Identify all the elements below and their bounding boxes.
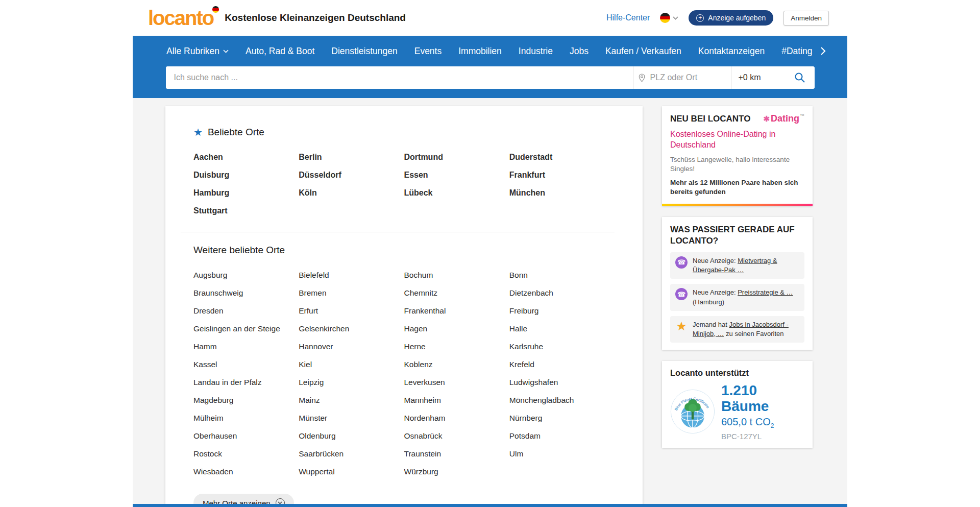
city-link[interactable]: Hamm [193, 342, 299, 351]
nav-item[interactable]: Jobs [570, 46, 589, 57]
city-link[interactable]: Landau in der Pfalz [193, 378, 299, 387]
login-button[interactable]: Anmelden [783, 11, 829, 26]
city-link[interactable]: Mannheim [404, 396, 509, 405]
activity-text: Neue Anzeige: Preisstrategie & … (Hambur… [693, 288, 799, 306]
dating-promo-title: NEU BEI LOCANTO [670, 114, 750, 124]
city-link[interactable]: Münster [299, 414, 404, 423]
city-link[interactable]: Düsseldorf [299, 171, 404, 180]
nav-item[interactable]: Auto, Rad & Boot [246, 46, 314, 57]
city-link[interactable]: Magdeburg [193, 396, 299, 405]
city-link[interactable]: Frankenthal [404, 306, 509, 316]
nav-item[interactable]: Immobilien [458, 46, 502, 57]
city-link[interactable]: Krefeld [509, 360, 615, 369]
city-link[interactable]: Würzburg [404, 467, 509, 476]
activity-item[interactable]: Jemand hat Jobs in Jacobsdorf - Minijob,… [670, 316, 804, 343]
content-area: ★ Beliebte Orte Aachen Berlin Dortmund D… [133, 98, 847, 504]
support-box: Locanto unterstützt [662, 361, 813, 448]
locanto-logo[interactable]: locanto [148, 8, 213, 28]
nav-all-categories[interactable]: Alle Rubriken [166, 46, 229, 57]
city-link[interactable]: Gelsenkirchen [299, 324, 404, 333]
activity-item[interactable]: Neue Anzeige: Preisstrategie & … (Hambur… [670, 284, 804, 310]
dating-headline-link[interactable]: Kostenloses Online-Dating in Deutschland [670, 129, 804, 151]
city-link[interactable]: Stuttgart [193, 206, 299, 215]
city-link[interactable]: Nordenham [404, 414, 509, 423]
language-switcher[interactable] [660, 13, 678, 23]
city-link[interactable]: Leverkusen [404, 378, 509, 387]
radius-select[interactable]: +0 km [731, 66, 785, 89]
nav-scroll-right-icon[interactable] [820, 46, 826, 56]
more-places-header: Weitere beliebte Orte [193, 245, 615, 256]
nav-item[interactable]: #Dating [781, 46, 812, 57]
location-input[interactable] [649, 73, 726, 83]
activity-icon [675, 288, 688, 300]
city-link[interactable]: Erfurt [299, 306, 404, 316]
nav-item-label: Industrie [519, 46, 553, 57]
show-more-places-button[interactable]: Mehr Orte anzeigen [193, 494, 294, 504]
city-link[interactable]: Hamburg [193, 188, 299, 198]
nav-item[interactable]: Kontaktanzeigen [698, 46, 765, 57]
dating-promo-box: NEU BEI LOCANTO Dating ™ Kostenloses Onl… [662, 106, 813, 206]
city-link[interactable]: Rostock [193, 449, 299, 458]
city-link[interactable]: Bremen [299, 288, 404, 298]
popular-places-title: Beliebte Orte [208, 127, 264, 138]
city-link[interactable]: Kassel [193, 360, 299, 369]
city-link[interactable]: Wiesbaden [193, 467, 299, 476]
city-link[interactable]: Saarbrücken [299, 449, 404, 458]
city-link[interactable]: Berlin [299, 153, 404, 162]
city-link[interactable]: Hagen [404, 324, 509, 333]
city-link[interactable]: Dresden [193, 306, 299, 316]
nav-item[interactable]: Industrie [519, 46, 553, 57]
city-link[interactable]: Leipzig [299, 378, 404, 387]
city-link[interactable]: Halle [509, 324, 615, 333]
city-link[interactable]: Köln [299, 188, 404, 198]
city-link[interactable]: Potsdam [509, 431, 615, 441]
city-link[interactable]: Ludwigshafen [509, 378, 615, 387]
city-link[interactable]: Duisburg [193, 171, 299, 180]
help-center-link[interactable]: Hilfe-Center [606, 13, 650, 22]
city-link[interactable]: Bochum [404, 271, 509, 280]
city-link[interactable]: München [509, 188, 615, 198]
city-link[interactable]: Dortmund [404, 153, 509, 162]
city-link[interactable]: Mülheim [193, 414, 299, 423]
city-link[interactable]: Dietzenbach [509, 288, 615, 298]
city-link[interactable]: Duderstadt [509, 153, 615, 162]
nav-item[interactable]: Events [414, 46, 442, 57]
search-button[interactable] [785, 66, 815, 89]
city-link[interactable]: Osnabrück [404, 431, 509, 441]
search-input[interactable] [166, 66, 633, 89]
city-link[interactable]: Nürnberg [509, 414, 615, 423]
city-link[interactable]: Kiel [299, 360, 404, 369]
city-link[interactable]: Karlsruhe [509, 342, 615, 351]
city-link[interactable]: Geislingen an der Steige [193, 324, 299, 333]
city-link[interactable]: Mainz [299, 396, 404, 405]
city-link[interactable]: Wuppertal [299, 467, 404, 476]
city-link[interactable]: Herne [404, 342, 509, 351]
activity-link[interactable]: Preisstrategie & … [738, 288, 793, 296]
activity-item[interactable]: Neue Anzeige: Mietvertrag & Übergabe-Pak… [670, 252, 804, 279]
city-link[interactable]: Freiburg [509, 306, 615, 316]
activity-icon [675, 320, 688, 332]
city-link[interactable]: Mönchengladbach [509, 396, 615, 405]
city-link[interactable]: Aachen [193, 153, 299, 162]
city-link[interactable]: Frankfurt [509, 171, 615, 180]
city-link[interactable]: Augsburg [193, 271, 299, 280]
star-icon: ★ [193, 127, 203, 137]
city-link[interactable]: Lübeck [404, 188, 509, 198]
nav-item-label: Dienstleistungen [331, 46, 397, 57]
activity-prefix: Neue Anzeige: [693, 257, 738, 264]
trademark-symbol: ™ [800, 113, 804, 118]
city-link[interactable]: Bielefeld [299, 271, 404, 280]
city-link[interactable]: Koblenz [404, 360, 509, 369]
city-link[interactable]: Ulm [509, 449, 615, 458]
nav-item[interactable]: Dienstleistungen [331, 46, 397, 57]
city-link[interactable]: Oldenburg [299, 431, 404, 441]
city-link[interactable]: Traunstein [404, 449, 509, 458]
city-link[interactable]: Braunschweig [193, 288, 299, 298]
city-link[interactable]: Essen [404, 171, 509, 180]
nav-item[interactable]: Kaufen / Verkaufen [605, 46, 681, 57]
city-link[interactable]: Chemnitz [404, 288, 509, 298]
post-ad-button[interactable]: Anzeige aufgeben [689, 10, 773, 26]
city-link[interactable]: Bonn [509, 271, 615, 280]
city-link[interactable]: Hannover [299, 342, 404, 351]
city-link[interactable]: Oberhausen [193, 431, 299, 441]
